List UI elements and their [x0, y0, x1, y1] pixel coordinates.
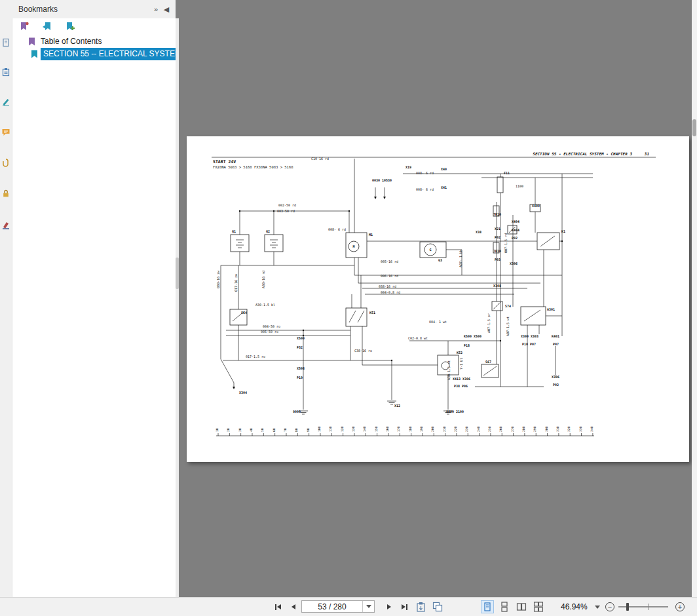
bookmark-item-table-of-contents[interactable]: Table of Contents [12, 35, 176, 48]
wire-label: F11 [504, 171, 510, 175]
facing-view-button[interactable] [515, 600, 528, 613]
scale-number: 80 [295, 428, 298, 432]
wire-label: A301 [547, 307, 555, 311]
component-box [497, 177, 503, 193]
bookmarks-toolbar [12, 18, 176, 35]
wire-label: 038-16 rd [379, 284, 396, 288]
wire-label: K1 [561, 229, 565, 233]
scale-number: 250 [488, 427, 491, 432]
zoom-dropdown-icon[interactable] [595, 606, 600, 609]
wire-label: K52 [457, 351, 462, 355]
bookmark-item-section-55[interactable]: SECTION 55 -- ELECTRICAL SYSTEM [12, 48, 176, 60]
wire-label: A07- 1 bk [459, 250, 462, 267]
bookmark-item-label: Table of Contents [38, 35, 105, 48]
vertical-scrollbar[interactable] [692, 0, 697, 598]
doc-header: SECTION 55 - ELECTRICAL SYSTEM - CHAPTER… [533, 151, 632, 156]
switch-window-button[interactable] [432, 601, 443, 613]
wire-label: P18 [464, 343, 470, 347]
wire-label: 005-50 ro [261, 330, 278, 334]
wire-label: X304 [239, 391, 247, 395]
wire-label: 004-0.8 rd [381, 290, 400, 294]
wire-label: X306 [510, 261, 518, 265]
wire-label: P38 P06 [454, 384, 468, 388]
scale-number: 260 [499, 427, 502, 432]
next-page-button[interactable] [383, 600, 396, 613]
zoom-out-button[interactable]: − [605, 602, 614, 611]
scale-number: 110 [329, 427, 332, 432]
scale-number: 170 [397, 427, 400, 432]
continuous-facing-view-button[interactable] [532, 600, 545, 613]
component-box [521, 307, 546, 325]
page-number-input[interactable] [302, 601, 362, 612]
scale-number: 200 [431, 427, 434, 432]
bookmark-options-icon[interactable] [19, 22, 29, 32]
scale-number: 270 [511, 427, 514, 432]
wire-label: X21 [495, 227, 500, 231]
scale-number: 40 [250, 428, 253, 432]
dock-panel-icon[interactable]: » [151, 5, 161, 13]
wire-label: S74 [505, 304, 511, 308]
single-page-view-button[interactable] [481, 600, 494, 613]
wire-label: 017-1.5 ro [246, 355, 265, 358]
scale-number: 100 [318, 427, 321, 432]
pdf-page: SECTION 55 - ELECTRICAL SYSTEM - CHAPTER… [187, 136, 689, 462]
bookmarks-panel-header: Bookmarks » ◀ [0, 0, 176, 19]
document-panel-icon[interactable] [1, 38, 10, 47]
last-page-button[interactable] [398, 600, 411, 613]
component-box [265, 235, 283, 252]
wire-label: 7R10 [493, 212, 501, 216]
bookmarks-panel-content: Table of Contents SECTION 55 -- ELECTRIC… [12, 18, 176, 598]
wire-label: P02 [553, 383, 559, 387]
stamp-panel-icon[interactable] [1, 220, 10, 229]
wire-label: C02-0.8 wt [408, 336, 428, 340]
wire-label: S64 [241, 311, 247, 315]
scale-number: 70 [284, 428, 287, 432]
snapshot-button[interactable] [415, 601, 427, 613]
security-panel-icon[interactable] [1, 189, 10, 198]
wire-label: X12 [394, 404, 400, 408]
wire-label: X41 [441, 185, 447, 189]
last-page-icon [402, 604, 405, 609]
add-bookmark-icon[interactable] [65, 22, 75, 32]
wire-label: 030-16 zw [216, 270, 220, 288]
wire-label: K51 [369, 311, 375, 315]
wire-label: 0030 10530 [372, 178, 392, 182]
wire-label: X19 [405, 165, 411, 169]
page-number-dropdown[interactable] [362, 601, 374, 612]
wire-label: 017-16 zw [234, 273, 238, 292]
document-area[interactable]: SECTION 55 - ELECTRICAL SYSTEM - CHAPTER… [179, 0, 692, 598]
scale-number: 220 [454, 427, 457, 432]
arrow-head [374, 197, 377, 199]
scale-number: 120 [341, 427, 344, 432]
facing-view-icon [516, 602, 527, 612]
component-box [231, 235, 249, 252]
scale-number: 90 [307, 428, 310, 432]
collapse-panel-icon[interactable]: ◀ [161, 5, 172, 14]
signature-panel-icon[interactable] [1, 97, 10, 106]
attachment-panel-icon[interactable] [1, 158, 10, 167]
scrollbar-thumb[interactable] [692, 119, 696, 136]
pdf-viewer-window: Bookmarks » ◀ Table of Contents [0, 0, 697, 616]
zoom-slider-handle[interactable] [626, 603, 629, 611]
arrow-head [233, 387, 235, 389]
scale-number: 160 [386, 427, 389, 432]
bookmarks-panel: Bookmarks » ◀ Table of Contents [0, 0, 176, 598]
first-page-icon [275, 604, 276, 610]
continuous-view-button[interactable] [498, 600, 511, 613]
scale-number: 20 [227, 428, 230, 432]
scale-number: 330 [579, 427, 582, 432]
zoom-in-button[interactable]: + [675, 602, 685, 611]
wire-label: X508 [297, 366, 305, 370]
wire-label: 008- 6 rd [416, 187, 434, 191]
component-letter: M [352, 244, 354, 248]
goto-bookmark-icon[interactable] [42, 22, 52, 32]
comment-panel-icon[interactable] [1, 128, 10, 137]
first-page-button[interactable] [271, 600, 284, 613]
wire-label: K404 [512, 228, 519, 232]
next-page-icon [387, 604, 391, 609]
wire-label: P02 [512, 236, 518, 240]
previous-page-button[interactable] [287, 600, 300, 613]
clipboard-panel-icon[interactable] [1, 67, 10, 77]
scale-number: 230 [465, 427, 468, 432]
wire-label: A30-1.5 bl [255, 303, 275, 307]
